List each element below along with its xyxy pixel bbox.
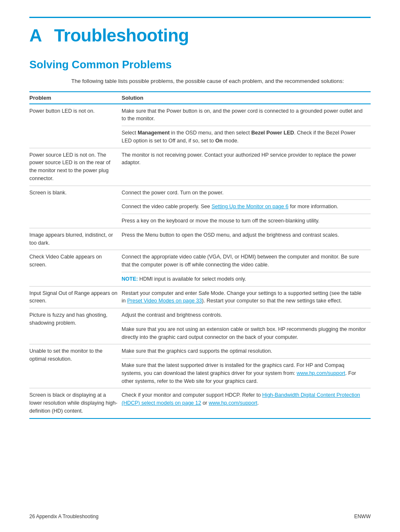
- solution-cell: Press a key on the keyboard or move the …: [122, 214, 371, 228]
- solution-cell: Restart your computer and enter Safe Mod…: [122, 286, 371, 308]
- problem-cell: Power source LED is not on. The power so…: [29, 148, 122, 186]
- table-row: Input Signal Out of Range appears on scr…: [29, 286, 371, 308]
- solution-cell: Connect the power cord. Turn on the powe…: [122, 186, 371, 200]
- solution-cell: Make sure that you are not using an exte…: [122, 322, 371, 344]
- problem-cell: Image appears blurred, indistinct, or to…: [29, 228, 122, 250]
- table-row: Power source LED is not on. The power so…: [29, 148, 371, 186]
- problem-cell: Input Signal Out of Range appears on scr…: [29, 286, 122, 308]
- top-rule: [29, 17, 371, 18]
- problem-cell: Check Video Cable appears on screen.: [29, 250, 122, 286]
- problem-cell: Screen is black or displaying at a lower…: [29, 388, 122, 418]
- table-row: Picture is fuzzy and has ghosting, shado…: [29, 308, 371, 323]
- table-row: Unable to set the monitor to the optimal…: [29, 344, 371, 359]
- troubleshooting-table: Problem Solution Power button LED is not…: [29, 91, 371, 419]
- section-heading: Solving Common Problems: [29, 58, 371, 71]
- col-solution-header: Solution: [122, 92, 371, 104]
- problem-cell: Power button LED is not on.: [29, 104, 122, 148]
- table-row: Image appears blurred, indistinct, or to…: [29, 228, 371, 250]
- problem-cell: Picture is fuzzy and has ghosting, shado…: [29, 308, 122, 344]
- solution-cell: The monitor is not receiving power. Cont…: [122, 148, 371, 186]
- page-container: A Troubleshooting Solving Common Problem…: [0, 0, 400, 532]
- intro-text: The following table lists possible probl…: [71, 77, 371, 85]
- chapter-title: Troubleshooting: [54, 26, 189, 45]
- col-problem-header: Problem: [29, 92, 122, 104]
- table-row: Check Video Cable appears on screen.Conn…: [29, 250, 371, 272]
- solution-cell: Make sure that the graphics card support…: [122, 344, 371, 359]
- table-row: Screen is black or displaying at a lower…: [29, 388, 371, 418]
- chapter-letter: A: [29, 26, 42, 45]
- note-label: NOTE:: [122, 276, 139, 282]
- footer: 26 Appendix A Troubleshooting ENWW: [29, 514, 371, 519]
- table-row: Power button LED is not on.Make sure tha…: [29, 104, 371, 126]
- footer-right: ENWW: [354, 514, 371, 519]
- solution-cell: Connect the appropriate video cable (VGA…: [122, 250, 371, 272]
- solution-cell: Make sure that the latest supported driv…: [122, 359, 371, 388]
- problem-cell: Screen is blank.: [29, 186, 122, 228]
- solution-cell: Adjust the contrast and brightness contr…: [122, 308, 371, 323]
- footer-left: 26 Appendix A Troubleshooting: [29, 514, 99, 519]
- chapter-heading: A Troubleshooting: [29, 26, 371, 46]
- problem-cell: Unable to set the monitor to the optimal…: [29, 344, 122, 388]
- solution-cell: Select Management in the OSD menu, and t…: [122, 126, 371, 148]
- solution-cell: Press the Menu button to open the OSD me…: [122, 228, 371, 250]
- solution-cell: Connect the video cable properly. See Se…: [122, 200, 371, 214]
- solution-cell: Make sure that the Power button is on, a…: [122, 104, 371, 126]
- table-row: Screen is blank.Connect the power cord. …: [29, 186, 371, 200]
- solution-cell: NOTE: HDMI input is available for select…: [122, 272, 371, 286]
- solution-cell: Check if your monitor and computer suppo…: [122, 388, 371, 418]
